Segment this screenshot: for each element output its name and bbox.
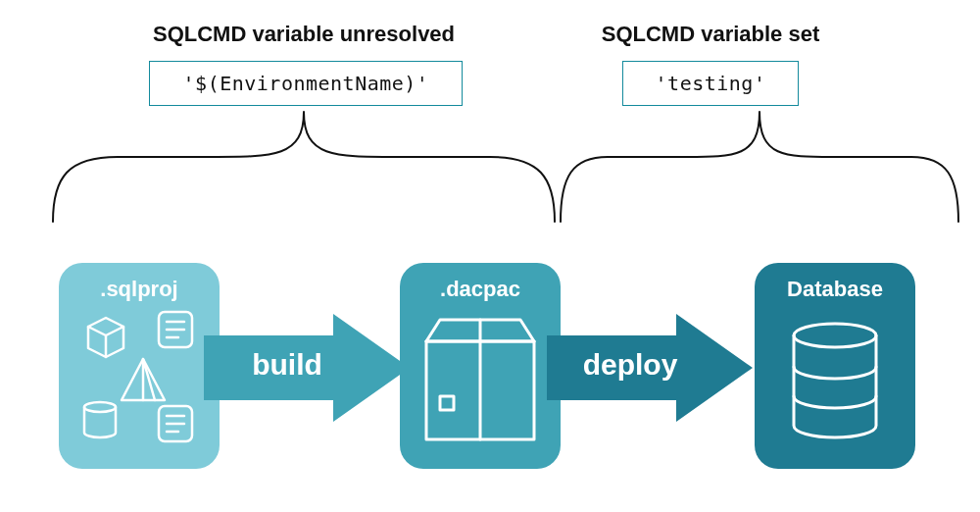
node-database: Database <box>755 263 915 469</box>
svg-point-5 <box>794 324 876 347</box>
section-title-set: SQLCMD variable set <box>549 22 872 47</box>
svg-rect-3 <box>440 396 454 410</box>
node-dacpac: .dacpac <box>400 263 561 469</box>
node-dacpac-label: .dacpac <box>400 277 561 302</box>
edge-build-label: build <box>204 348 370 382</box>
database-icon <box>776 308 894 455</box>
package-box-icon <box>416 308 544 455</box>
sqlproj-shapes-icon <box>71 308 208 455</box>
edge-deploy-label: deploy <box>547 348 713 382</box>
node-database-label: Database <box>755 277 915 302</box>
edge-build: build <box>204 314 410 422</box>
edge-deploy: deploy <box>547 314 753 422</box>
svg-point-0 <box>84 402 116 412</box>
node-sqlproj: .sqlproj <box>59 263 220 469</box>
brace-right-icon <box>549 98 970 235</box>
section-title-unresolved: SQLCMD variable unresolved <box>108 22 500 47</box>
brace-left-icon <box>39 98 568 235</box>
node-sqlproj-label: .sqlproj <box>59 277 220 302</box>
